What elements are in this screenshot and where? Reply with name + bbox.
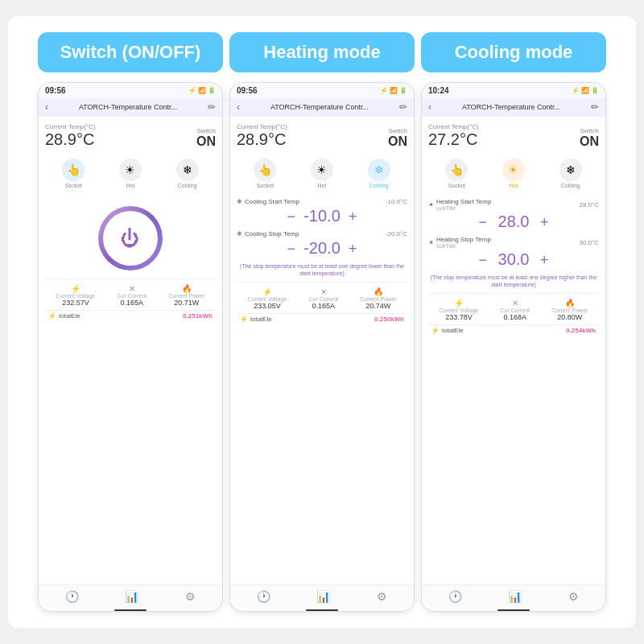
cooling-start-row: ❄ Cooling Start Temp -10.0°C − -10.0 + xyxy=(237,198,407,225)
edit-icon-3[interactable]: ✏ xyxy=(591,101,599,113)
headers-row: Switch (ON/OFF) Heating mode Cooling mod… xyxy=(16,32,628,72)
bottom-nav-1: 🕐 📊 ⚙ xyxy=(39,584,222,608)
status-icons-1: ⚡ 📶 🔋 xyxy=(188,86,216,95)
warning-text-3: (The stop temperature must be at least o… xyxy=(428,274,599,288)
switch-value-3: ON xyxy=(580,134,599,149)
nav-clock-2[interactable]: 🕐 xyxy=(257,590,270,603)
temp-value-1: 28.9°C xyxy=(45,130,96,149)
cooling-start-minus[interactable]: − xyxy=(287,209,295,224)
cooling-stop-minus[interactable]: − xyxy=(287,242,295,256)
temp-section-1: Current Temp(°C) 28.9°C Switch ON xyxy=(45,123,216,149)
nav-settings-3[interactable]: ⚙ xyxy=(568,590,579,603)
switch-header: Switch (ON/OFF) xyxy=(38,32,223,72)
phones-row: 09:56 ⚡ 📶 🔋 ‹ ATORCH-Temperature Contr..… xyxy=(16,82,628,612)
total-ele-2: ⚡ totalEle 0.250kWh xyxy=(237,313,407,324)
cooling-header: Cooling mode xyxy=(421,32,606,72)
total-ele-1: ⚡ totalEle 0.251kWh xyxy=(45,310,216,321)
stats-row-1: ⚡ Current Voltage 232.57V ✕ Cur Current … xyxy=(45,279,216,307)
home-indicator-1 xyxy=(114,609,147,611)
edit-icon-1[interactable]: ✏ xyxy=(208,101,216,113)
time-2: 09:56 xyxy=(237,86,258,95)
nav-chart-1[interactable]: 📊 xyxy=(125,590,138,603)
temp-label-1: Current Temp(°C) xyxy=(45,123,96,130)
temp-label-3: Current Temp(°C) xyxy=(428,123,479,130)
current-stat-1: ✕ Cur Current 0.165A xyxy=(117,284,147,307)
stats-row-2: ⚡ Current Voltage 233.05V ✕ Cur Current … xyxy=(237,282,407,310)
switch-value-2: ON xyxy=(388,134,407,149)
phone-heating: 09:56 ⚡ 📶 🔋 ‹ ATORCH-Temperature Contr..… xyxy=(229,82,415,612)
edit-icon-2[interactable]: ✏ xyxy=(399,101,407,113)
power-circle-container[interactable]: ⏻ xyxy=(45,198,216,279)
total-ele-value-2: 0.250kWh xyxy=(374,316,404,323)
socket-mode-2[interactable]: 👆 Socket xyxy=(254,159,276,188)
switch-value-1: ON xyxy=(196,134,216,149)
nav-bar-1: ‹ ATORCH-Temperature Contr... ✏ xyxy=(39,98,222,117)
heating-start-minus[interactable]: − xyxy=(478,215,487,229)
nav-bar-2: ‹ ATORCH-Temperature Contr... ✏ xyxy=(230,98,414,117)
temp-value-2: 28.9°C xyxy=(237,130,287,149)
hot-mode-3[interactable]: ☀ Hot xyxy=(502,159,525,188)
switch-label-3: Switch xyxy=(580,127,599,134)
warning-text-2: (The stop temperature must be at least o… xyxy=(237,262,407,277)
cooling-start-display: -10.0 xyxy=(302,207,342,225)
home-indicator-3 xyxy=(497,609,530,611)
phone-switch: 09:56 ⚡ 📶 🔋 ‹ ATORCH-Temperature Contr..… xyxy=(38,82,223,612)
phone-body-2: Current Temp(°C) 28.9°C Switch ON 👆 Sock… xyxy=(230,117,414,584)
time-1: 09:56 xyxy=(45,86,66,95)
cold-mode-3[interactable]: ❄ Colding xyxy=(559,159,582,188)
voltage-stat-3: ⚡ Current Voltage 233.78V xyxy=(440,299,479,321)
nav-title-1: ATORCH-Temperature Contr... xyxy=(48,103,208,111)
phone-body-3: Current Temp(°C) 27.2°C Switch ON 👆 Sock… xyxy=(422,117,605,584)
heating-stop-minus[interactable]: − xyxy=(478,253,487,267)
nav-title-2: ATORCH-Temperature Contr... xyxy=(240,103,399,111)
mode-icons-2: 👆 Socket ☀ Hot ❄ Colding xyxy=(237,155,407,192)
home-indicator-2 xyxy=(306,609,338,611)
total-ele-3: ⚡ totalEle 0.254kWh xyxy=(428,324,599,336)
power-stat-3: 🔥 Current Power 20.80W xyxy=(551,299,588,321)
cooling-stop-plus[interactable]: + xyxy=(349,242,357,256)
stats-row-3: ⚡ Current Voltage 233.78V ✕ Cur Current … xyxy=(428,293,599,321)
heating-stop-plus[interactable]: + xyxy=(540,253,549,267)
status-bar-1: 09:56 ⚡ 📶 🔋 xyxy=(39,83,222,98)
cold-mode-2[interactable]: ❄ Colding xyxy=(368,159,390,188)
phone-cooling: 10:24 ⚡ 📶 🔋 ‹ ATORCH-Temperature Contr..… xyxy=(421,82,606,612)
nav-settings-2[interactable]: ⚙ xyxy=(377,590,387,603)
nav-chart-3[interactable]: 📊 xyxy=(508,590,522,603)
cold-mode-1[interactable]: ❄ Colding xyxy=(176,159,199,188)
heating-start-plus[interactable]: + xyxy=(540,215,549,229)
heating-stop-row: ☀ Heating Stop Temp subTitle 30.0°C − 30… xyxy=(428,236,599,269)
cooling-start-plus[interactable]: + xyxy=(349,209,357,224)
nav-clock-3[interactable]: 🕐 xyxy=(448,590,462,603)
power-circle[interactable]: ⏻ xyxy=(98,206,163,270)
total-ele-value-3: 0.254kWh xyxy=(566,327,596,334)
heating-start-row: ☀ Heating Start Temp subTitle 28.0°C − 2… xyxy=(428,198,599,231)
nav-settings-1[interactable]: ⚙ xyxy=(185,590,196,603)
current-stat-3: ✕ Cur Current 0.168A xyxy=(500,299,530,321)
power-stat-2: 🔥 Current Power 20.74W xyxy=(360,287,396,310)
temp-label-2: Current Temp(°C) xyxy=(237,123,287,130)
phone-body-1: Current Temp(°C) 28.9°C Switch ON 👆 Sock… xyxy=(39,117,222,584)
temp-section-3: Current Temp(°C) 27.2°C Switch ON xyxy=(428,123,599,149)
cooling-stop-row: ❄ Cooling Stop Temp -20.0°C − -20.0 + xyxy=(237,230,407,258)
switch-label-1: Switch xyxy=(196,127,216,134)
hot-mode-1[interactable]: ☀ Hot xyxy=(119,159,142,188)
nav-title-3: ATORCH-Temperature Contr... xyxy=(431,103,591,111)
socket-mode-1[interactable]: 👆 Socket xyxy=(62,159,85,188)
status-bar-2: 09:56 ⚡ 📶 🔋 xyxy=(230,83,414,98)
status-icons-2: ⚡ 📶 🔋 xyxy=(380,86,407,95)
status-bar-3: 10:24 ⚡ 📶 🔋 xyxy=(422,83,605,98)
socket-mode-3[interactable]: 👆 Socket xyxy=(445,159,468,188)
temp-section-2: Current Temp(°C) 28.9°C Switch ON xyxy=(237,123,407,149)
current-stat-2: ✕ Cur Current 0.165A xyxy=(308,287,338,310)
power-icon: ⏻ xyxy=(121,227,140,250)
hot-mode-2[interactable]: ☀ Hot xyxy=(311,159,333,188)
cooling-stop-display: -20.0 xyxy=(302,239,342,258)
bottom-nav-2: 🕐 📊 ⚙ xyxy=(230,584,414,608)
nav-clock-1[interactable]: 🕐 xyxy=(65,590,79,603)
main-container: Switch (ON/OFF) Heating mode Cooling mod… xyxy=(8,16,636,628)
voltage-stat-1: ⚡ Current Voltage 232.57V xyxy=(56,284,96,307)
nav-chart-2[interactable]: 📊 xyxy=(316,590,330,603)
switch-label-2: Switch xyxy=(388,127,407,134)
mode-icons-3: 👆 Socket ☀ Hot ❄ Colding xyxy=(428,155,599,192)
time-3: 10:24 xyxy=(428,86,449,95)
